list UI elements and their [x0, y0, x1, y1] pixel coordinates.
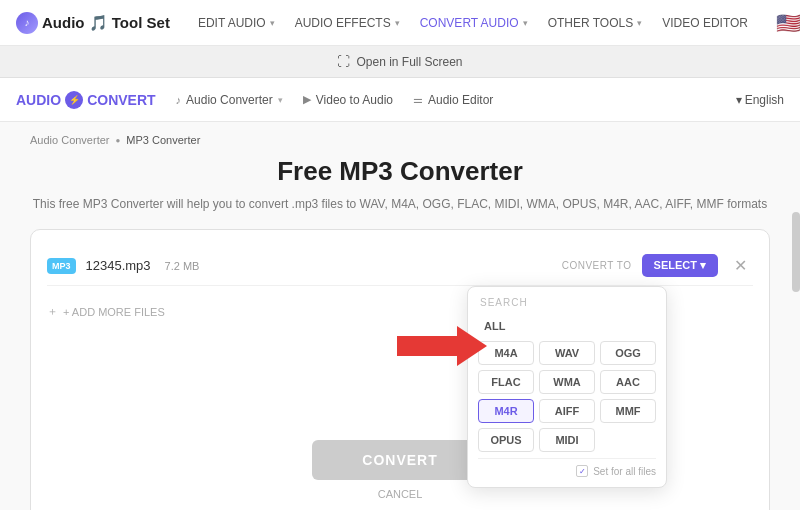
- sub-nav-label2: Video to Audio: [316, 93, 393, 107]
- file-row-actions: CONVERT TO SELECT ▾ ✕: [562, 254, 753, 277]
- file-row: MP3 12345.mp3 7.2 MB CONVERT TO SELECT ▾…: [47, 246, 753, 286]
- chevron-down-icon: ▾: [736, 93, 742, 107]
- file-type-badge: MP3: [47, 258, 76, 274]
- sub-nav-video-to-audio[interactable]: ▶ Video to Audio: [303, 93, 393, 107]
- sub-logo[interactable]: AUDIO ⚡ CONVERT: [16, 91, 156, 109]
- top-navigation: ♪ Audio 🎵 Tool Set EDIT AUDIO ▾ AUDIO EF…: [0, 0, 800, 46]
- nav-convert-audio[interactable]: CONVERT AUDIO ▾: [412, 12, 536, 34]
- sub-nav-audio-converter[interactable]: ♪ Audio Converter ▾: [176, 93, 283, 107]
- nav-audio-effects[interactable]: AUDIO EFFECTS ▾: [287, 12, 408, 34]
- nav-other-tools[interactable]: OTHER TOOLS ▾: [540, 12, 651, 34]
- chevron-down-icon: ▾: [637, 18, 642, 28]
- format-flac[interactable]: FLAC: [478, 370, 534, 394]
- chevron-down-icon: ▾: [278, 95, 283, 105]
- set-for-all-files: ✓ Set for all files: [478, 458, 656, 477]
- plus-icon: ＋: [47, 304, 58, 319]
- sub-nav-audio-editor[interactable]: ⚌ Audio Editor: [413, 93, 493, 107]
- video-icon: ▶: [303, 93, 311, 106]
- nav-video-editor[interactable]: VIDEO EDITOR: [654, 12, 756, 34]
- all-formats-row: ALL: [478, 316, 656, 336]
- scrollbar[interactable]: [792, 212, 800, 292]
- chevron-down-icon: ▾: [523, 18, 528, 28]
- chevron-down-icon: ▾: [395, 18, 400, 28]
- breadcrumb-parent[interactable]: Audio Converter: [30, 134, 110, 146]
- language-label: English: [745, 93, 784, 107]
- format-wma[interactable]: WMA: [539, 370, 595, 394]
- language-flag[interactable]: 🇺🇸: [776, 11, 800, 35]
- file-size: 7.2 MB: [165, 260, 200, 272]
- nav-edit-audio[interactable]: EDIT AUDIO ▾: [190, 12, 283, 34]
- content-area: Audio Converter ● MP3 Converter Free MP3…: [0, 122, 800, 510]
- breadcrumb-separator: ●: [116, 136, 121, 145]
- sub-nav-label: Audio Converter: [186, 93, 273, 107]
- format-opus[interactable]: OPUS: [478, 428, 534, 452]
- main-card: MP3 12345.mp3 7.2 MB CONVERT TO SELECT ▾…: [30, 229, 770, 510]
- fullscreen-label[interactable]: Open in Full Screen: [356, 55, 462, 69]
- format-mmf[interactable]: MMF: [600, 399, 656, 423]
- svg-marker-0: [397, 326, 487, 366]
- sub-logo-icon: ⚡: [65, 91, 83, 109]
- format-ogg[interactable]: OGG: [600, 341, 656, 365]
- format-grid: M4A WAV OGG FLAC WMA AAC M4R AIFF MMF OP…: [478, 341, 656, 452]
- file-name: 12345.mp3: [86, 258, 151, 273]
- chevron-down-icon: ▾: [270, 18, 275, 28]
- format-aiff[interactable]: AIFF: [539, 399, 595, 423]
- breadcrumb: Audio Converter ● MP3 Converter: [30, 134, 770, 146]
- set-for-files-label: Set for all files: [593, 466, 656, 477]
- convert-to-label: CONVERT TO: [562, 260, 632, 271]
- logo-text: Audio 🎵 Tool Set: [42, 14, 170, 32]
- close-icon[interactable]: ✕: [728, 254, 753, 277]
- format-m4r[interactable]: M4R: [478, 399, 534, 423]
- logo[interactable]: ♪ Audio 🎵 Tool Set: [16, 12, 170, 34]
- nav-items: EDIT AUDIO ▾ AUDIO EFFECTS ▾ CONVERT AUD…: [190, 12, 756, 34]
- sub-logo-text: AUDIO: [16, 92, 61, 108]
- cancel-button[interactable]: CANCEL: [378, 488, 423, 500]
- sub-navigation: AUDIO ⚡ CONVERT ♪ Audio Converter ▾ ▶ Vi…: [0, 78, 800, 122]
- sub-logo-suffix: CONVERT: [87, 92, 155, 108]
- fullscreen-bar: ⛶ Open in Full Screen: [0, 46, 800, 78]
- format-wav[interactable]: WAV: [539, 341, 595, 365]
- format-midi[interactable]: MIDI: [539, 428, 595, 452]
- page-description: This free MP3 Converter will help you to…: [30, 195, 770, 213]
- add-more-label: + ADD MORE FILES: [63, 306, 165, 318]
- format-popup: SEARCH ALL M4A WAV OGG FLAC WMA AAC M4R …: [467, 286, 667, 488]
- search-label: SEARCH: [478, 297, 656, 308]
- page-title: Free MP3 Converter: [30, 156, 770, 187]
- sliders-icon: ⚌: [413, 93, 423, 106]
- language-selector[interactable]: ▾ English: [736, 93, 784, 107]
- convert-button[interactable]: CONVERT: [312, 440, 487, 480]
- sub-nav-label3: Audio Editor: [428, 93, 493, 107]
- select-format-button[interactable]: SELECT ▾: [642, 254, 718, 277]
- fullscreen-icon: ⛶: [337, 54, 350, 69]
- format-aac[interactable]: AAC: [600, 370, 656, 394]
- breadcrumb-current: MP3 Converter: [126, 134, 200, 146]
- arrow-indicator: [397, 326, 487, 370]
- checkbox-icon[interactable]: ✓: [576, 465, 588, 477]
- logo-icon: ♪: [16, 12, 38, 34]
- music-icon: ♪: [176, 94, 182, 106]
